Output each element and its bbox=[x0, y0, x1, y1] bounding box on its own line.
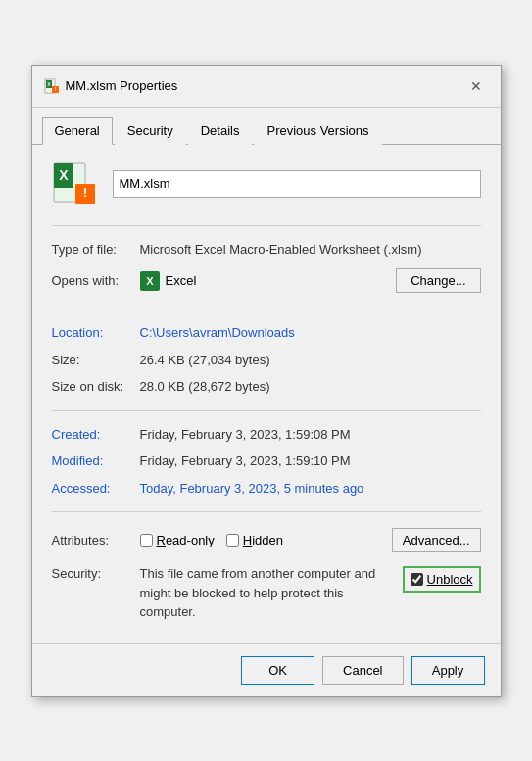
location-row: Location: C:\Users\avram\Downloads bbox=[52, 319, 481, 347]
button-bar: OK Cancel Apply bbox=[32, 643, 501, 696]
readonly-checkbox-item: Read-only bbox=[140, 533, 215, 547]
size-value: 26.4 KB (27,034 bytes) bbox=[140, 351, 481, 370]
title-file-icon: X ! bbox=[44, 78, 60, 94]
accessed-label: Accessed: bbox=[52, 479, 140, 499]
file-header: X ! bbox=[52, 161, 481, 208]
svg-text:!: ! bbox=[82, 185, 86, 200]
tab-bar: General Security Details Previous Versio… bbox=[32, 108, 501, 145]
title-bar: X ! MM.xlsm Properties ✕ bbox=[32, 66, 501, 108]
tab-general[interactable]: General bbox=[42, 117, 113, 145]
tab-previous-versions[interactable]: Previous Versions bbox=[254, 117, 381, 145]
separator-1 bbox=[52, 225, 481, 226]
security-content: This file came from another computer and… bbox=[140, 564, 481, 622]
readonly-checkbox[interactable] bbox=[140, 534, 153, 547]
close-button[interactable]: ✕ bbox=[463, 73, 489, 99]
location-label: Location: bbox=[52, 323, 140, 343]
separator-2 bbox=[52, 309, 481, 309]
security-row: Security: This file came from another co… bbox=[52, 558, 481, 628]
type-row: Type of file: Microsoft Excel Macro-Enab… bbox=[52, 236, 481, 263]
opens-with-app: X Excel Change... bbox=[140, 268, 481, 293]
readonly-label[interactable]: Read-only bbox=[157, 533, 215, 547]
attributes-label: Attributes: bbox=[52, 533, 140, 547]
hidden-checkbox-item: Hidden bbox=[226, 533, 283, 547]
size-disk-row: Size on disk: 28.0 KB (28,672 bytes) bbox=[52, 373, 481, 401]
separator-4 bbox=[52, 511, 481, 512]
accessed-row: Accessed: Today, February 3, 2023, 5 min… bbox=[52, 475, 481, 502]
modified-label: Modified: bbox=[52, 452, 140, 471]
type-value: Microsoft Excel Macro-Enabled Worksheet … bbox=[140, 240, 481, 260]
file-icon: X ! bbox=[52, 161, 99, 208]
cancel-button[interactable]: Cancel bbox=[322, 656, 403, 685]
created-row: Created: Friday, February 3, 2023, 1:59:… bbox=[52, 421, 481, 449]
properties-dialog: X ! MM.xlsm Properties ✕ General Securit… bbox=[31, 65, 502, 697]
size-disk-label: Size on disk: bbox=[52, 377, 140, 397]
opens-with-label: Opens with: bbox=[52, 273, 140, 288]
svg-text:X: X bbox=[59, 167, 69, 183]
title-bar-left: X ! MM.xlsm Properties bbox=[44, 78, 178, 94]
tab-content: X ! Type of file: Microsoft Excel Macro-… bbox=[32, 145, 501, 643]
attributes-items: Read-only Hidden Advanced... bbox=[140, 528, 481, 552]
unblock-label[interactable]: Unblock bbox=[427, 572, 473, 587]
accessed-value: Today, February 3, 2023, 5 minutes ago bbox=[140, 479, 481, 499]
dialog-title: MM.xlsm Properties bbox=[66, 78, 178, 93]
created-value: Friday, February 3, 2023, 1:59:08 PM bbox=[140, 425, 481, 445]
type-label: Type of file: bbox=[52, 240, 140, 260]
size-disk-value: 28.0 KB (28,672 bytes) bbox=[140, 377, 481, 397]
advanced-button[interactable]: Advanced... bbox=[392, 528, 481, 552]
ok-button[interactable]: OK bbox=[241, 656, 314, 685]
excel-icon: X bbox=[140, 271, 160, 291]
opens-with-row: Opens with: X Excel Change... bbox=[52, 262, 481, 299]
tab-security[interactable]: Security bbox=[115, 117, 186, 145]
size-row: Size: 26.4 KB (27,034 bytes) bbox=[52, 347, 481, 374]
tab-details[interactable]: Details bbox=[188, 117, 253, 145]
created-label: Created: bbox=[52, 425, 140, 445]
attributes-row: Attributes: Read-only Hidden Advanced... bbox=[52, 522, 481, 558]
change-button[interactable]: Change... bbox=[396, 268, 480, 293]
svg-text:X: X bbox=[146, 275, 154, 287]
separator-3 bbox=[52, 410, 481, 411]
hidden-label[interactable]: Hidden bbox=[243, 533, 283, 547]
location-value: C:\Users\avram\Downloads bbox=[140, 323, 481, 343]
unblock-checkbox[interactable] bbox=[411, 573, 423, 586]
hidden-checkbox[interactable] bbox=[226, 534, 239, 547]
filename-input[interactable] bbox=[113, 170, 481, 198]
size-label: Size: bbox=[52, 351, 140, 370]
opens-with-app-name: Excel bbox=[166, 273, 197, 288]
apply-button[interactable]: Apply bbox=[411, 656, 485, 685]
unblock-container: Unblock bbox=[403, 566, 481, 593]
security-text: This file came from another computer and… bbox=[140, 564, 393, 622]
modified-row: Modified: Friday, February 3, 2023, 1:59… bbox=[52, 448, 481, 475]
modified-value: Friday, February 3, 2023, 1:59:10 PM bbox=[140, 452, 481, 471]
security-label: Security: bbox=[52, 564, 140, 581]
